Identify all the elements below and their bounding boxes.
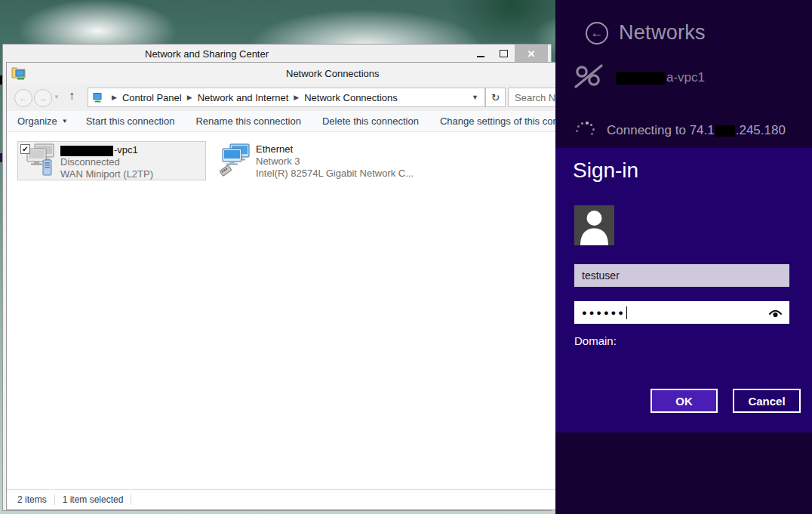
vpn-connection-status: Disconnected	[60, 156, 153, 168]
address-dropdown-icon[interactable]: ▼	[472, 94, 478, 101]
status-separator	[131, 494, 131, 505]
up-button[interactable]: ↑	[69, 89, 75, 103]
breadcrumb-network-connections[interactable]: Network Connections	[304, 92, 398, 103]
status-separator	[54, 494, 55, 505]
delete-connection-command[interactable]: Delete this connection	[322, 115, 419, 127]
networks-header: ← Networks	[586, 21, 706, 45]
history-dropdown-icon[interactable]: ▼	[54, 94, 60, 100]
username-input[interactable]	[574, 264, 789, 287]
back-icon[interactable]: ←	[586, 22, 608, 45]
rename-connection-command[interactable]: Rename this connection	[195, 115, 300, 127]
text-cursor	[626, 306, 627, 319]
chevron-right-icon: ▶	[288, 94, 304, 101]
refresh-button[interactable]: ↻	[485, 88, 506, 107]
breadcrumb-network-and-internet[interactable]: Network and Internet	[198, 92, 289, 103]
networks-title: Networks	[619, 21, 706, 45]
screen: Network and Sharing Center ✕ Network Con…	[0, 0, 812, 514]
ethernet-connection-tile[interactable]: Ethernet Network 3 Intel(R) 82574L Gigab…	[214, 141, 402, 180]
breadcrumb-icon	[92, 92, 103, 103]
nc-window-title: Network Connections	[286, 68, 380, 79]
network-connections-window-icon	[11, 65, 26, 84]
back-button[interactable]: ←	[14, 89, 32, 107]
password-field[interactable]: ●●●●●●	[574, 301, 789, 324]
reveal-password-icon[interactable]	[768, 307, 783, 319]
vpn-connection-tile[interactable]: ✔ -vpc1 Disconnected WAN Miniport (L2TP)	[17, 141, 206, 180]
close-button[interactable]: ✕	[515, 45, 548, 63]
vpn-icon	[574, 63, 604, 92]
redaction-box	[616, 72, 666, 85]
chevron-down-icon: ▼	[62, 118, 68, 125]
domain-label: Domain:	[574, 334, 617, 347]
nsc-window-title: Network and Sharing Center	[145, 48, 269, 60]
selected-count: 1 item selected	[63, 494, 124, 505]
password-dots: ●●●●●●	[582, 308, 626, 317]
connecting-status-row: Connecting to 74.1.245.180	[575, 121, 786, 140]
vpn-connection-device: WAN Miniport (L2TP)	[60, 168, 153, 180]
vpn-network-item[interactable]: a-vpc1	[574, 63, 705, 92]
ok-button[interactable]: OK	[651, 389, 718, 413]
start-connection-command[interactable]: Start this connection	[86, 115, 175, 127]
user-avatar	[574, 205, 614, 245]
redaction-box	[60, 146, 113, 156]
cancel-button[interactable]: Cancel	[733, 389, 801, 413]
maximize-button[interactable]	[492, 45, 515, 63]
tile-checkbox[interactable]: ✔	[20, 144, 30, 154]
address-bar[interactable]: ▶ Control Panel ▶ Network and Internet ▶…	[88, 88, 485, 107]
chevron-right-icon: ▶	[106, 94, 122, 101]
nsc-titlebar[interactable]: Network and Sharing Center ✕	[3, 45, 551, 63]
vpn-network-name: a-vpc1	[616, 70, 705, 85]
ethernet-network: Network 3	[256, 155, 414, 168]
username-field[interactable]	[574, 264, 789, 287]
connecting-status-text: Connecting to 74.1.245.180	[607, 123, 786, 138]
ethernet-connection-icon	[217, 142, 252, 180]
items-count: 2 items	[17, 494, 47, 505]
ethernet-device: Intel(R) 82574L Gigabit Network C...	[256, 168, 414, 180]
organize-button[interactable]: Organize ▼	[17, 115, 68, 127]
forward-button[interactable]: →	[34, 89, 52, 107]
progress-spinner-icon	[575, 121, 595, 140]
redaction-box	[715, 125, 735, 137]
minimize-button[interactable]	[469, 45, 492, 63]
signin-heading: Sign-in	[573, 159, 638, 183]
networks-charm-panel: ← Networks a-vpc1	[555, 0, 812, 514]
breadcrumb-control-panel[interactable]: Control Panel	[122, 92, 182, 103]
ethernet-name: Ethernet	[256, 143, 414, 155]
chevron-right-icon: ▶	[182, 94, 198, 101]
vpn-connection-name: -vpc1	[60, 144, 153, 156]
